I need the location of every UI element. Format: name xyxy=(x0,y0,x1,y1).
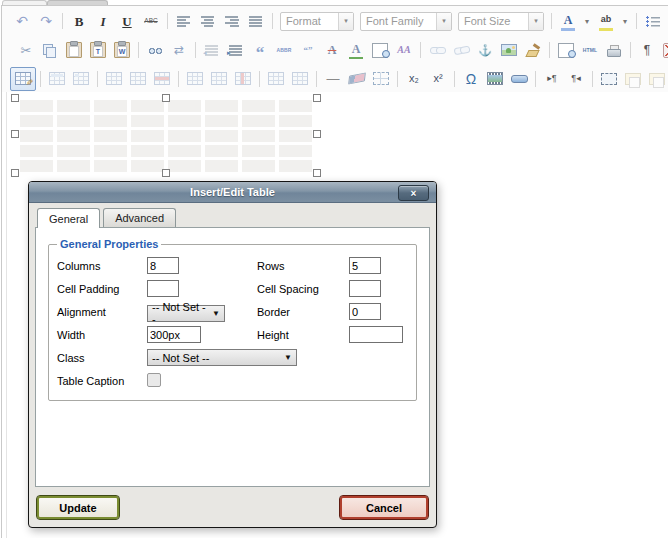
table-cell[interactable] xyxy=(57,100,90,112)
alignment-select[interactable]: -- Not Set -- ▼ xyxy=(147,305,225,322)
bullet-list-button[interactable] xyxy=(641,10,665,32)
paste-from-word-button[interactable]: W xyxy=(110,39,134,61)
insert-image-button[interactable] xyxy=(497,39,521,61)
table-cell[interactable] xyxy=(57,115,90,127)
insert-link-button[interactable] xyxy=(425,39,449,61)
table-cell[interactable] xyxy=(20,160,53,172)
table-cell[interactable] xyxy=(168,100,201,112)
table-cell[interactable] xyxy=(242,130,275,142)
table-cell[interactable] xyxy=(57,145,90,157)
underline-button[interactable]: U xyxy=(115,10,139,32)
close-button[interactable]: × xyxy=(398,185,429,201)
paste-button[interactable] xyxy=(62,39,86,61)
table-cell[interactable] xyxy=(279,145,312,157)
delete-col-button[interactable] xyxy=(231,68,255,90)
rows-input[interactable] xyxy=(349,257,381,274)
nonbreaking-button[interactable] xyxy=(659,39,668,61)
format-select[interactable]: Format▾ xyxy=(280,12,354,31)
class-select[interactable]: -- Not Set -- ▼ xyxy=(147,349,297,366)
table-cell[interactable] xyxy=(205,160,238,172)
deleted-text-button[interactable]: A xyxy=(320,39,344,61)
tab-advanced[interactable]: Advanced xyxy=(103,208,176,227)
print-button[interactable] xyxy=(602,39,626,61)
fullscreen-button[interactable] xyxy=(597,68,621,90)
table-cell[interactable] xyxy=(168,130,201,142)
insert-col-after-button[interactable] xyxy=(207,68,231,90)
table-resize-handle[interactable] xyxy=(11,130,19,138)
table-cell[interactable] xyxy=(94,130,127,142)
table-cell[interactable] xyxy=(205,115,238,127)
table-resize-handle[interactable] xyxy=(313,169,321,177)
width-input[interactable] xyxy=(147,326,201,343)
visual-chars-button[interactable]: ¶ xyxy=(635,39,659,61)
table-cell[interactable] xyxy=(94,100,127,112)
delete-row-button[interactable] xyxy=(150,68,174,90)
insert-table-button[interactable] xyxy=(10,67,36,91)
table-caption-checkbox[interactable] xyxy=(147,373,161,387)
table-cell[interactable] xyxy=(57,130,90,142)
table-cell[interactable] xyxy=(242,115,275,127)
insert-layer-button[interactable] xyxy=(621,68,645,90)
insert-media-button[interactable] xyxy=(483,68,507,90)
horizontal-rule-button[interactable]: — xyxy=(321,68,345,90)
table-cell[interactable] xyxy=(131,145,164,157)
copy-button[interactable] xyxy=(38,39,62,61)
split-cells-button[interactable] xyxy=(264,68,288,90)
highlight-color-button[interactable]: ab xyxy=(594,10,618,32)
redo-button[interactable]: ↷ xyxy=(34,10,58,32)
remove-link-button[interactable] xyxy=(449,39,473,61)
advanced-hr-button[interactable] xyxy=(507,68,531,90)
table-cell[interactable] xyxy=(168,115,201,127)
cell-padding-input[interactable] xyxy=(147,280,179,297)
style-props-button[interactable]: AA xyxy=(392,39,416,61)
table-resize-handle[interactable] xyxy=(162,94,170,102)
citation-button[interactable]: “” xyxy=(296,39,320,61)
table-cell[interactable] xyxy=(242,145,275,157)
height-input[interactable] xyxy=(349,326,403,343)
table-cell[interactable] xyxy=(57,160,90,172)
align-center-button[interactable] xyxy=(196,10,220,32)
italic-button[interactable]: I xyxy=(91,10,115,32)
outdent-button[interactable] xyxy=(200,39,224,61)
superscript-button[interactable]: x² xyxy=(426,68,450,90)
blockquote-button[interactable]: “ xyxy=(248,39,272,61)
table-resize-handle[interactable] xyxy=(162,169,170,177)
visual-aid-button[interactable] xyxy=(369,68,393,90)
cut-button[interactable]: ✂ xyxy=(14,39,38,61)
edit-attributes-button[interactable] xyxy=(368,39,392,61)
strikethrough-button[interactable]: ABC xyxy=(139,10,163,32)
table-cell[interactable] xyxy=(131,160,164,172)
ltr-button[interactable]: ▸¶ xyxy=(540,68,564,90)
table-cell[interactable] xyxy=(131,100,164,112)
table-cell[interactable] xyxy=(20,145,53,157)
text-color-caret-button[interactable]: ▾ xyxy=(580,10,594,32)
dialog-titlebar[interactable]: Insert/Edit Table × xyxy=(29,182,436,203)
cell-spacing-input[interactable] xyxy=(349,280,381,297)
html-source-button[interactable]: HTML xyxy=(578,39,602,61)
table-cell[interactable] xyxy=(131,115,164,127)
table-resize-handle[interactable] xyxy=(11,169,19,177)
table-cell[interactable] xyxy=(94,145,127,157)
tab-general[interactable]: General xyxy=(37,208,100,228)
merge-cells-button[interactable] xyxy=(288,68,312,90)
table-cell[interactable] xyxy=(279,130,312,142)
remove-format-button[interactable] xyxy=(345,68,369,90)
font-size-select[interactable]: Font Size▾ xyxy=(458,12,544,31)
table-cell[interactable] xyxy=(205,100,238,112)
update-button[interactable]: Update xyxy=(37,496,119,519)
table-cell[interactable] xyxy=(20,130,53,142)
subscript-button[interactable]: x₂ xyxy=(402,68,426,90)
indent-button[interactable] xyxy=(224,39,248,61)
anchor-button[interactable]: ⚓ xyxy=(473,39,497,61)
find-replace-button[interactable]: ⇄ xyxy=(167,39,191,61)
insert-col-before-button[interactable] xyxy=(183,68,207,90)
insert-row-before-button[interactable] xyxy=(102,68,126,90)
insert-row-after-button[interactable] xyxy=(126,68,150,90)
bold-button[interactable]: B xyxy=(67,10,91,32)
find-button[interactable] xyxy=(143,39,167,61)
undo-button[interactable]: ↶ xyxy=(10,10,34,32)
table-cell[interactable] xyxy=(205,130,238,142)
table-cell[interactable] xyxy=(20,100,53,112)
table-cell[interactable] xyxy=(242,100,275,112)
move-forward-button[interactable] xyxy=(645,68,668,90)
